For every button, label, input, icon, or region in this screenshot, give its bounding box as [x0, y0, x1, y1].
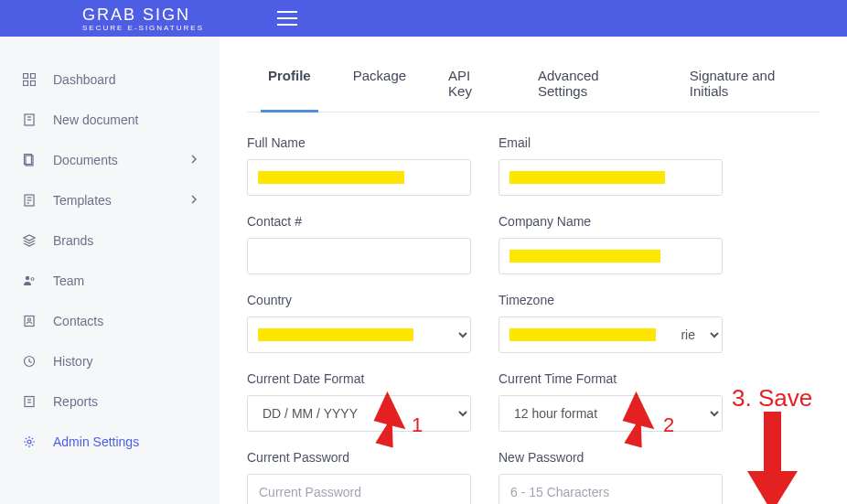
brands-icon [22, 233, 37, 248]
main-content: Profile Package API Key Advanced Setting… [220, 37, 847, 504]
annotation-label-1: 1 [412, 413, 423, 437]
time-format-label: Current Time Format [499, 371, 723, 386]
new-password-input[interactable] [499, 474, 723, 504]
sidebar-item-documents[interactable]: Documents [0, 140, 220, 180]
sidebar-item-reports[interactable]: Reports [0, 381, 220, 422]
sidebar-item-label: Admin Settings [53, 434, 139, 449]
sidebar-item-admin-settings[interactable]: Admin Settings [0, 422, 220, 462]
timezone-label: Timezone [499, 293, 723, 307]
svg-point-14 [31, 278, 34, 281]
svg-point-16 [28, 318, 31, 321]
svg-marker-24 [747, 412, 798, 504]
profile-form: Full Name Email Contact # Company Name [247, 135, 759, 504]
current-password-label: Current Password [247, 450, 471, 465]
svg-point-13 [26, 276, 29, 280]
documents-icon [22, 153, 37, 167]
sidebar-item-label: Brands [53, 233, 93, 248]
full-name-label: Full Name [247, 135, 471, 150]
new-password-label: New Password [499, 450, 723, 465]
sidebar-item-label: Documents [53, 153, 118, 167]
sidebar-item-label: Reports [53, 394, 98, 409]
sidebar-item-dashboard[interactable]: Dashboard [0, 59, 220, 100]
team-icon [22, 273, 37, 288]
new-document-icon [22, 113, 37, 127]
sidebar-item-history[interactable]: History [0, 341, 220, 381]
sidebar-item-label: History [53, 354, 93, 369]
sidebar-item-contacts[interactable]: Contacts [0, 301, 220, 341]
company-input[interactable] [499, 238, 723, 274]
full-name-input[interactable] [247, 159, 471, 196]
tabs: Profile Package API Key Advanced Setting… [247, 55, 820, 113]
reports-icon [22, 394, 37, 409]
sidebar-item-label: New document [53, 113, 138, 127]
email-label: Email [499, 135, 723, 150]
sidebar-item-templates[interactable]: Templates [0, 180, 220, 220]
annotation-arrow-3 [747, 412, 798, 504]
annotation-label-2: 2 [663, 413, 674, 437]
logo: GRAB SIGN SECURE E-SIGNATURES [82, 5, 204, 32]
sidebar-item-label: Team [53, 273, 84, 288]
contact-label: Contact # [247, 214, 471, 229]
svg-rect-3 [31, 81, 36, 86]
history-icon [22, 354, 37, 369]
chevron-right-icon [190, 153, 198, 167]
sidebar-item-brands[interactable]: Brands [0, 220, 220, 261]
annotation-arrow-2 [610, 391, 656, 451]
sidebar: Dashboard New document Documents Templat… [0, 37, 220, 504]
tab-signature-initials[interactable]: Signature and Initials [682, 55, 820, 112]
sidebar-item-new-document[interactable]: New document [0, 100, 220, 140]
templates-icon [22, 193, 37, 208]
sidebar-item-label: Dashboard [53, 72, 116, 87]
svg-rect-0 [24, 74, 28, 79]
sidebar-item-label: Contacts [53, 314, 103, 328]
sidebar-item-team[interactable]: Team [0, 261, 220, 301]
tab-profile[interactable]: Profile [261, 55, 318, 113]
sidebar-item-label: Templates [53, 193, 112, 208]
country-select[interactable] [247, 316, 471, 353]
tab-api-key[interactable]: API Key [441, 55, 503, 112]
email-input[interactable] [499, 159, 723, 196]
svg-rect-1 [31, 74, 36, 79]
svg-point-21 [27, 440, 31, 444]
company-label: Company Name [499, 214, 723, 229]
chevron-right-icon [190, 193, 198, 208]
logo-sub: SECURE E-SIGNATURES [82, 24, 204, 32]
svg-rect-18 [25, 397, 34, 407]
annotation-label-3: 3. Save [732, 384, 812, 413]
date-format-label: Current Date Format [247, 371, 471, 386]
logo-main: GRAB SIGN [82, 5, 204, 25]
date-format-select[interactable]: DD / MM / YYYY [247, 395, 471, 432]
svg-marker-22 [369, 391, 407, 450]
menu-toggle-icon[interactable] [277, 6, 297, 30]
dashboard-icon [22, 72, 37, 87]
timezone-visible-text: rie [681, 327, 695, 342]
app-header: GRAB SIGN SECURE E-SIGNATURES [0, 0, 847, 37]
contacts-icon [22, 314, 37, 328]
annotation-arrow-1 [361, 391, 407, 451]
current-password-input[interactable] [247, 474, 471, 504]
svg-marker-23 [617, 391, 656, 450]
svg-rect-2 [24, 81, 28, 86]
settings-icon [22, 434, 37, 449]
contact-input[interactable] [247, 238, 471, 274]
tab-advanced-settings[interactable]: Advanced Settings [531, 55, 655, 112]
tab-package[interactable]: Package [346, 55, 413, 112]
country-label: Country [247, 293, 471, 307]
